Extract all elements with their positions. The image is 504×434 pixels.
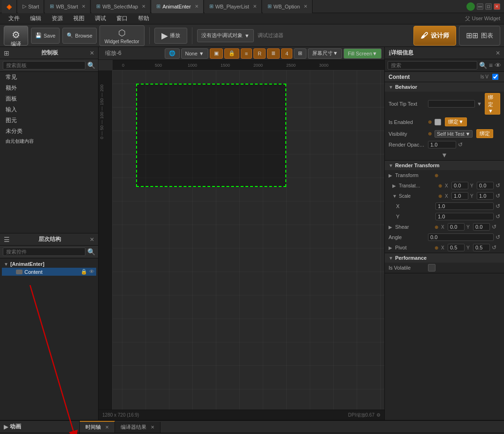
angle-input[interactable] bbox=[428, 233, 494, 241]
tab-wb-selectmap[interactable]: ⊞ WB_SelectMap ✕ bbox=[92, 0, 151, 13]
htree-content[interactable]: Content 🔒 👁 bbox=[2, 268, 96, 276]
rp-eye-toggle[interactable]: 👁 bbox=[495, 62, 501, 69]
menu-window[interactable]: 窗口 bbox=[112, 14, 132, 23]
pivot-reset[interactable]: ↺ bbox=[492, 244, 496, 251]
canvas-orange-btn3[interactable]: ≡ bbox=[241, 48, 252, 59]
tab-wb-start-close[interactable]: ✕ bbox=[82, 4, 85, 9]
cp-item-input[interactable]: 输入 bbox=[0, 104, 98, 115]
translate-y-input[interactable] bbox=[477, 182, 494, 189]
pivot-y-input[interactable] bbox=[473, 244, 490, 251]
htree-root[interactable]: ▼ [AnimatEnter] bbox=[2, 260, 96, 268]
canvas[interactable]: 0 500 1000 1500 2000 2500 3000 0 — 50 — … bbox=[99, 60, 384, 420]
render-transform-header[interactable]: ▼ Render Transform bbox=[385, 161, 504, 170]
scale-x-input[interactable] bbox=[451, 192, 468, 200]
tab-wb-playerlist[interactable]: ⊞ WB_PlayerList ✕ bbox=[205, 0, 262, 13]
right-panel-search-input[interactable] bbox=[388, 61, 477, 70]
cp-item-primitive[interactable]: 图元 bbox=[0, 115, 98, 126]
menu-edit[interactable]: 编辑 bbox=[25, 14, 46, 23]
menu-file[interactable]: 文件 bbox=[4, 14, 24, 23]
y-reset[interactable]: ↺ bbox=[496, 213, 500, 220]
render-opacity-reset[interactable]: ↺ bbox=[458, 141, 463, 148]
behavior-section-header[interactable]: ▼ Behavior bbox=[385, 82, 504, 92]
canvas-grid-btn[interactable]: ≣ bbox=[267, 48, 280, 59]
cp-item-extra[interactable]: 额外 bbox=[0, 83, 98, 93]
tooltip-bind-button[interactable]: 绑定▼ bbox=[485, 93, 500, 115]
x-input[interactable] bbox=[435, 202, 494, 210]
fill-screen-dropdown[interactable]: Fill Screen▼ bbox=[344, 48, 382, 59]
tab-wb-start[interactable]: ⊞ WB_Start ✕ bbox=[45, 0, 91, 13]
save-button[interactable]: 💾 Save bbox=[31, 28, 60, 44]
tab-animatenter[interactable]: ⊞ AnimatEnter ✕ bbox=[152, 0, 204, 13]
close-button[interactable]: ✕ bbox=[494, 3, 500, 10]
maximize-button[interactable]: □ bbox=[485, 3, 492, 10]
tab-wb-selectmap-close[interactable]: ✕ bbox=[142, 4, 145, 9]
is-volatile-checkbox[interactable] bbox=[428, 264, 435, 271]
behavior-expand-arrow[interactable]: ▼ bbox=[441, 151, 448, 159]
debug-filter-dropdown[interactable]: 没有选中调试对象 ▼ bbox=[197, 29, 254, 42]
cp-item-common[interactable]: 常见 bbox=[0, 72, 98, 83]
tab-start[interactable]: ▷ Start bbox=[18, 0, 44, 13]
menu-debug[interactable]: 调试 bbox=[90, 14, 111, 23]
widget-frame[interactable] bbox=[136, 84, 286, 187]
timeline-tab-compiler-close[interactable]: ✕ bbox=[151, 425, 154, 430]
browse-button[interactable]: 🔍 Browse bbox=[62, 28, 97, 44]
control-panel-search-input[interactable] bbox=[3, 61, 85, 70]
cp-item-unsorted[interactable]: 未分类 bbox=[0, 126, 98, 137]
ue-circle-btn[interactable] bbox=[466, 2, 475, 11]
cp-item-from-element[interactable]: 由元创建内容 bbox=[0, 137, 98, 146]
tab-wb-option-close[interactable]: ✕ bbox=[304, 4, 307, 9]
settings-icon[interactable]: ⚙ bbox=[376, 412, 381, 418]
play-button[interactable]: ▶ 播放 bbox=[154, 28, 187, 44]
shear-x-input[interactable] bbox=[448, 223, 465, 231]
rp-close-button[interactable]: ✕ bbox=[496, 50, 500, 56]
graph-button[interactable]: ⊞⊞ 图表 bbox=[459, 26, 500, 46]
widget-reflector-button[interactable]: ⬡ Widget Reflector bbox=[99, 25, 145, 46]
lock-icon[interactable]: 🔒 bbox=[81, 269, 87, 275]
rp-view-toggle[interactable]: ≡ bbox=[489, 62, 493, 69]
canvas-orange-btn1[interactable]: ▣ bbox=[210, 48, 223, 59]
visibility-dropdown[interactable]: Self Hit Test ▼ bbox=[435, 130, 473, 138]
menu-view[interactable]: 视图 bbox=[69, 14, 89, 23]
tab-animatenter-close[interactable]: ✕ bbox=[195, 4, 199, 9]
shear-y-input[interactable] bbox=[473, 223, 490, 231]
timeline-tab-timeline-close[interactable]: ✕ bbox=[105, 425, 109, 430]
canvas-globe-btn[interactable]: 🌐 bbox=[165, 48, 180, 59]
performance-section-header[interactable]: ▼ Performance bbox=[385, 253, 504, 263]
y-input[interactable] bbox=[435, 213, 494, 220]
tab-ue-logo[interactable]: ◈ bbox=[2, 0, 17, 13]
timeline-tab-timeline[interactable]: 时间轴 ✕ bbox=[80, 421, 115, 433]
minimize-button[interactable]: — bbox=[477, 3, 483, 10]
compile-button[interactable]: ⚙ 编译 bbox=[4, 26, 28, 46]
scale-reset[interactable]: ↺ bbox=[496, 193, 500, 199]
is-enabled-bind-button[interactable]: 绑定▼ bbox=[445, 117, 467, 126]
designer-button[interactable]: 🖌 设计师 bbox=[413, 26, 456, 46]
is-enabled-checkbox[interactable] bbox=[435, 119, 441, 125]
tooltip-dropdown-arrow[interactable]: ▼ bbox=[477, 101, 482, 107]
eye-icon[interactable]: 👁 bbox=[89, 269, 94, 275]
translate-reset[interactable]: ↺ bbox=[496, 182, 500, 189]
angle-reset[interactable]: ↺ bbox=[496, 234, 500, 240]
control-panel-close[interactable]: ✕ bbox=[90, 50, 94, 56]
x-reset[interactable]: ↺ bbox=[496, 203, 500, 209]
render-opacity-input[interactable] bbox=[428, 141, 456, 148]
canvas-expand-btn[interactable]: ⊞ bbox=[294, 48, 306, 59]
translate-x-input[interactable] bbox=[451, 182, 468, 189]
timeline-tab-compiler[interactable]: 编译器结果 ✕ bbox=[115, 422, 160, 433]
canvas-orange-btn2[interactable]: 🔒 bbox=[224, 48, 239, 59]
scale-y-input[interactable] bbox=[477, 192, 494, 200]
tab-wb-playerlist-close[interactable]: ✕ bbox=[253, 4, 257, 9]
shear-reset[interactable]: ↺ bbox=[492, 224, 496, 230]
pivot-x-input[interactable] bbox=[448, 244, 465, 251]
resize-handle[interactable] bbox=[278, 178, 285, 186]
visibility-bind-button[interactable]: 绑定 bbox=[476, 129, 493, 138]
rp-is-v-checkbox[interactable] bbox=[492, 74, 498, 80]
hierarchy-panel-close[interactable]: ✕ bbox=[90, 236, 94, 243]
screen-size-dropdown[interactable]: 屏幕尺寸▼ bbox=[308, 48, 342, 59]
hierarchy-search-input[interactable] bbox=[3, 248, 85, 256]
cp-item-panel[interactable]: 面板 bbox=[0, 93, 98, 104]
canvas-r-btn[interactable]: R bbox=[253, 48, 266, 59]
tooltip-input[interactable] bbox=[428, 100, 475, 108]
canvas-4-btn[interactable]: 4 bbox=[281, 48, 292, 59]
menu-help[interactable]: 帮助 bbox=[133, 14, 154, 23]
menu-assets[interactable]: 资源 bbox=[47, 14, 68, 23]
